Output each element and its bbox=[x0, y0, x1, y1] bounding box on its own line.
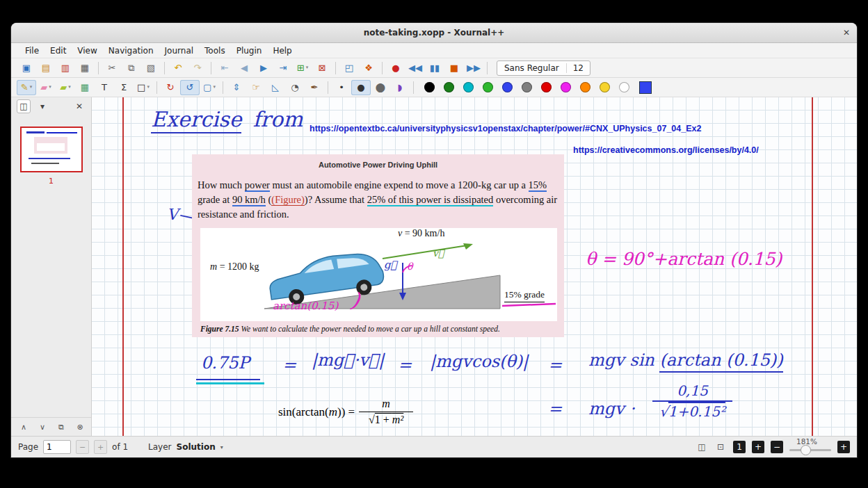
preview-down-button[interactable]: ∨ bbox=[36, 421, 49, 433]
theta-label: θ bbox=[407, 261, 412, 272]
equation1-underline-cyan bbox=[196, 382, 264, 384]
export-pdf-button[interactable]: ▥▾ bbox=[56, 60, 75, 76]
pen-tool-button[interactable]: ✎▾ bbox=[17, 80, 36, 95]
color-orange[interactable] bbox=[580, 82, 590, 92]
license-link[interactable]: https://creativecommons.org/licenses/by/… bbox=[573, 145, 759, 155]
record-button[interactable]: ● bbox=[386, 60, 405, 76]
shape-tool-button[interactable]: □▾ bbox=[134, 80, 153, 95]
menu-item[interactable]: Edit bbox=[45, 44, 72, 57]
color-white[interactable] bbox=[619, 82, 629, 92]
redo-button[interactable]: ↷ bbox=[188, 60, 207, 76]
print-button[interactable]: ▦▾ bbox=[75, 60, 95, 76]
add-page-button[interactable]: ⊞▾ bbox=[293, 60, 312, 76]
page-decrement-button[interactable]: − bbox=[76, 440, 89, 454]
menu-item[interactable]: View bbox=[72, 44, 102, 57]
thickness-thick-button[interactable]: ● bbox=[371, 80, 390, 95]
document-canvas[interactable]: Exercisefrom https://opentextbc.ca/unive… bbox=[92, 97, 857, 436]
page-increment-button[interactable]: + bbox=[94, 440, 107, 454]
forward-button[interactable]: ▶▶ bbox=[464, 60, 483, 76]
sidebar-footer: ∧∨⧉⊗ bbox=[11, 417, 91, 436]
eraser-tool-button[interactable]: ▰▾ bbox=[36, 80, 56, 95]
prev-page-button[interactable]: ◀ bbox=[234, 60, 254, 76]
color-blue[interactable] bbox=[502, 82, 513, 92]
fullscreen-button[interactable]: ◰ bbox=[339, 60, 359, 76]
color-teal[interactable] bbox=[463, 82, 474, 92]
thickness-fine-button[interactable]: • bbox=[332, 80, 351, 95]
rewind-button[interactable]: ◀◀ bbox=[405, 60, 425, 76]
dual-page-button[interactable]: ◫ bbox=[696, 441, 708, 453]
menu-item[interactable]: Plugin bbox=[231, 44, 268, 57]
cut-button[interactable]: ✂ bbox=[102, 60, 122, 76]
preview-up-button[interactable]: ∧ bbox=[17, 421, 30, 433]
thumbnail-figure-box bbox=[37, 143, 65, 151]
color-black[interactable] bbox=[424, 82, 435, 92]
preview-close-button[interactable]: ⊗ bbox=[74, 421, 86, 433]
ruler-tool-button[interactable]: ◺ bbox=[266, 80, 285, 95]
color-red[interactable] bbox=[541, 82, 552, 92]
page-label: Page bbox=[18, 442, 38, 452]
select-region-button[interactable]: ▢▾ bbox=[200, 80, 219, 95]
page-preview-panel-icon[interactable]: ◫ bbox=[17, 99, 31, 113]
zoom-slider-handle[interactable] bbox=[801, 445, 811, 455]
zoom-out-button[interactable]: − bbox=[771, 441, 783, 453]
color-green[interactable] bbox=[483, 82, 493, 92]
separator bbox=[382, 62, 383, 74]
hand-tool-button[interactable]: ☞ bbox=[246, 80, 266, 95]
shape-recognizer-button[interactable]: ✒ bbox=[305, 80, 324, 95]
save-button[interactable]: ▣▾ bbox=[17, 60, 36, 76]
page-thumbnail[interactable] bbox=[20, 127, 83, 172]
page-number-input[interactable] bbox=[43, 440, 71, 454]
separator bbox=[98, 62, 99, 74]
zoom-fit-button[interactable]: + bbox=[752, 441, 764, 453]
last-page-button[interactable]: ⇥ bbox=[273, 60, 293, 76]
tex-tool-button[interactable]: Σ▾ bbox=[114, 80, 134, 95]
page-edit-group: ⊞▾⊠▾ bbox=[293, 60, 332, 76]
delete-page-button[interactable]: ⊠▾ bbox=[312, 60, 332, 76]
fill-button[interactable]: ◗ bbox=[390, 80, 410, 95]
undo-button[interactable]: ↶ bbox=[168, 60, 188, 76]
font-name[interactable]: Sans Regular bbox=[497, 63, 567, 73]
rotation-snap-button[interactable]: ↻ bbox=[161, 80, 180, 95]
text-tool-button[interactable]: T▾ bbox=[95, 80, 114, 95]
close-window-button[interactable]: ✕ bbox=[843, 28, 850, 38]
source-link[interactable]: https://opentextbc.ca/universityphysicsv… bbox=[310, 124, 701, 133]
menu-item[interactable]: Journal bbox=[159, 44, 200, 57]
layer-selector[interactable]: Solution bbox=[177, 442, 216, 452]
equation2-numerator: 0,15 bbox=[677, 382, 708, 399]
zoom-slider[interactable]: 181% bbox=[789, 438, 831, 456]
highlighter-tool-button[interactable]: ▰▾ bbox=[56, 80, 75, 95]
sidebar-panel-chevron-icon[interactable]: ▾ bbox=[36, 100, 49, 113]
presentation-button[interactable]: ⊡ bbox=[714, 441, 727, 453]
grid-snap-button[interactable]: ↺ bbox=[180, 80, 200, 95]
copy-button[interactable]: ⧉ bbox=[122, 60, 141, 76]
color-gray[interactable] bbox=[522, 82, 532, 92]
first-page-button[interactable]: ⇤ bbox=[215, 60, 234, 76]
layer-chevron-icon[interactable]: ▾ bbox=[220, 444, 223, 450]
open-button[interactable]: ▤▾ bbox=[36, 60, 56, 76]
menu-item[interactable]: Help bbox=[267, 44, 297, 57]
color-yellow[interactable] bbox=[600, 82, 610, 92]
sidebar-close-button[interactable]: ✕ bbox=[73, 100, 86, 113]
image-tool-button[interactable]: ▦▾ bbox=[75, 80, 95, 95]
menu-item[interactable]: Navigation bbox=[103, 44, 159, 57]
zoom-in-button[interactable]: + bbox=[837, 441, 850, 453]
next-page-button[interactable]: ▶ bbox=[254, 60, 273, 76]
formula-fraction: m √1 + m² bbox=[359, 398, 413, 426]
figure-link[interactable]: (Figure) bbox=[271, 194, 305, 206]
preview-duplicate-button[interactable]: ⧉ bbox=[55, 421, 67, 433]
pause-button[interactable]: ▮▮ bbox=[425, 60, 444, 76]
menu-item[interactable]: Tools bbox=[199, 44, 231, 57]
zoom-100-button[interactable]: 1 bbox=[733, 441, 746, 453]
thickness-medium-button[interactable]: ● bbox=[351, 80, 371, 95]
paste-button[interactable]: ▧ bbox=[141, 60, 161, 76]
font-size[interactable]: 12 bbox=[567, 63, 590, 73]
thumbnail-equation-stroke bbox=[29, 158, 70, 159]
stop-button[interactable]: ■ bbox=[444, 60, 464, 76]
menu-item[interactable]: File bbox=[19, 44, 45, 57]
color-dark-green[interactable] bbox=[444, 82, 454, 92]
color-magenta[interactable] bbox=[561, 82, 571, 92]
font-selector[interactable]: Sans Regular 12 bbox=[497, 60, 590, 76]
ellipse-tool-button[interactable]: ◔ bbox=[285, 80, 305, 95]
zoom-fit-button[interactable]: ❖ bbox=[359, 60, 378, 76]
vertical-space-button[interactable]: ⇕ bbox=[227, 80, 246, 95]
